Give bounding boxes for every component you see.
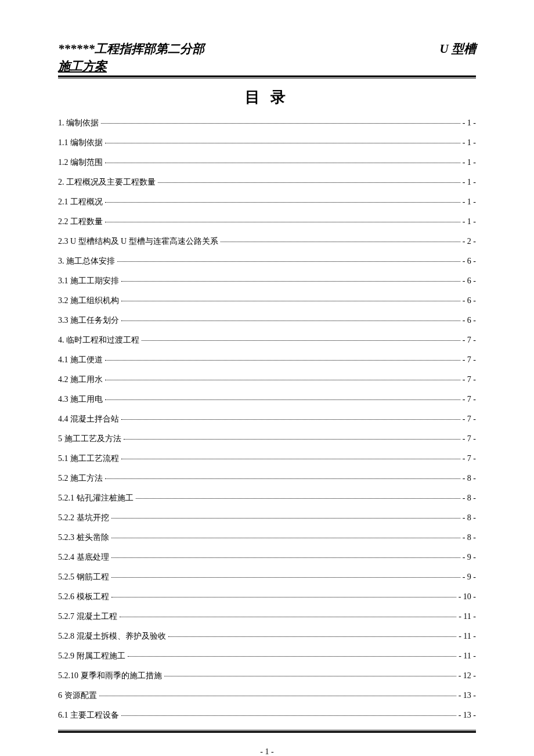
toc-item: 5.2.10 夏季和雨季的施工措施- 12 - <box>58 671 476 681</box>
toc-item-page: - 8 - <box>463 474 476 483</box>
header-left-text: ******工程指挥部第二分部 <box>58 41 204 57</box>
toc-item: 4.3 施工用电- 7 - <box>58 394 476 405</box>
toc-item-label: 5.2.3 桩头凿除 <box>58 532 109 543</box>
toc-item-label: 5.2.6 模板工程 <box>58 592 109 602</box>
toc-item: 5.1 施工工艺流程- 7 - <box>58 453 476 464</box>
toc-item-page: - 7 - <box>463 454 476 463</box>
toc-item-label: 5.1 施工工艺流程 <box>58 453 119 464</box>
toc-list: 1. 编制依据- 1 -1.1 编制依据- 1 -1.2 编制范围- 1 -2.… <box>58 118 476 721</box>
document-header: ******工程指挥部第二分部 U 型槽 <box>58 41 476 57</box>
toc-item: 5.2 施工方法- 8 - <box>58 473 476 484</box>
toc-item-page: - 7 - <box>463 395 476 404</box>
toc-item: 3.2 施工组织机构- 6 - <box>58 296 476 306</box>
toc-item: 1. 编制依据- 1 - <box>58 118 476 128</box>
toc-item-page: - 1 - <box>463 217 476 226</box>
toc-item-label: 2. 工程概况及主要工程数量 <box>58 177 156 188</box>
toc-item-label: 6 资源配置 <box>58 690 97 701</box>
toc-item-label: 2.1 工程概况 <box>58 197 103 207</box>
toc-item-page: - 1 - <box>463 118 476 128</box>
toc-item: 6.1 主要工程设备- 13 - <box>58 710 476 721</box>
toc-item-page: - 9 - <box>463 573 476 582</box>
toc-dots <box>124 439 460 440</box>
toc-item: 5.2.9 附属工程施工- 11 - <box>58 651 476 661</box>
toc-dots <box>121 715 456 716</box>
toc-item-page: - 7 - <box>463 415 476 424</box>
toc-item-label: 1. 编制依据 <box>58 118 99 128</box>
toc-item-page: - 7 - <box>463 336 476 345</box>
toc-item-page: - 7 - <box>463 375 476 384</box>
toc-item-label: 6.1 主要工程设备 <box>58 710 119 721</box>
toc-item-label: 3.2 施工组织机构 <box>58 296 119 306</box>
toc-dots <box>105 222 460 222</box>
toc-item-label: 5.2 施工方法 <box>58 473 103 484</box>
toc-item-label: 2.2 工程数量 <box>58 217 103 227</box>
toc-item-label: 5 施工工艺及方法 <box>58 434 121 444</box>
toc-item-page: - 8 - <box>463 533 476 542</box>
toc-item-label: 5.2.10 夏季和雨季的施工措施 <box>58 671 162 681</box>
toc-item: 5.2.5 钢筋工程- 9 - <box>58 572 476 582</box>
toc-item-page: - 2 - <box>463 237 476 246</box>
toc-item: 5 施工工艺及方法- 7 - <box>58 434 476 444</box>
toc-item-label: 5.2.5 钢筋工程 <box>58 572 109 582</box>
footer-divider <box>58 730 476 733</box>
toc-item-page: - 6 - <box>463 257 476 266</box>
toc-title: 目 录 <box>58 87 476 107</box>
toc-dots <box>117 261 460 262</box>
toc-item-page: - 9 - <box>463 553 476 562</box>
toc-item-label: 5.2.2 基坑开挖 <box>58 513 109 523</box>
toc-item: 5.2.1 钻孔灌注桩施工- 8 - <box>58 493 476 503</box>
toc-item-label: 4.2 施工用水 <box>58 375 103 385</box>
toc-item: 2.1 工程概况- 1 - <box>58 197 476 207</box>
toc-item-page: - 13 - <box>459 691 476 700</box>
toc-item: 2.2 工程数量- 1 - <box>58 217 476 227</box>
toc-dots <box>105 380 460 380</box>
toc-item-label: 4. 临时工程和过渡工程 <box>58 335 139 345</box>
toc-dots <box>136 498 460 499</box>
toc-dots <box>121 459 460 459</box>
header-subtitle: 施工方案 <box>58 58 476 74</box>
toc-item-page: - 6 - <box>463 296 476 305</box>
toc-item-page: - 7 - <box>463 434 476 444</box>
toc-item-label: 1.2 编制范围 <box>58 157 103 168</box>
toc-item-page: - 8 - <box>463 513 476 523</box>
toc-dots <box>120 617 457 617</box>
toc-dots <box>168 636 457 637</box>
toc-dots <box>99 696 456 696</box>
toc-dots <box>121 419 460 420</box>
toc-item: 2.3 U 型槽结构及 U 型槽与连霍高速公路关系- 2 - <box>58 236 476 247</box>
toc-item-label: 5.2.1 钻孔灌注桩施工 <box>58 493 134 503</box>
toc-dots <box>105 399 460 400</box>
toc-dots <box>121 321 460 321</box>
toc-item-page: - 13 - <box>459 711 476 720</box>
toc-dots <box>105 143 460 143</box>
toc-item: 5.2.3 桩头凿除- 8 - <box>58 532 476 543</box>
toc-dots <box>121 301 460 301</box>
toc-item: 5.2.4 基底处理- 9 - <box>58 552 476 563</box>
toc-item-label: 5.2.4 基底处理 <box>58 552 109 563</box>
toc-item: 4.1 施工便道- 7 - <box>58 355 476 365</box>
toc-item-page: - 1 - <box>463 138 476 147</box>
toc-item: 4.2 施工用水- 7 - <box>58 375 476 385</box>
toc-item-page: - 1 - <box>463 158 476 167</box>
page-number: - 1 - <box>58 747 476 756</box>
toc-dots <box>121 281 460 282</box>
toc-item-label: 5.2.9 附属工程施工 <box>58 651 125 661</box>
toc-item-label: 2.3 U 型槽结构及 U 型槽与连霍高速公路关系 <box>58 236 218 247</box>
toc-item-label: 3. 施工总体安排 <box>58 256 115 267</box>
toc-item-page: - 6 - <box>463 276 476 286</box>
toc-dots <box>111 518 460 519</box>
toc-item-page: - 10 - <box>459 592 476 602</box>
toc-item: 3.3 施工任务划分- 6 - <box>58 315 476 326</box>
toc-item-page: - 7 - <box>463 355 476 365</box>
toc-item-label: 5.2.8 混凝土拆模、养护及验收 <box>58 631 166 642</box>
toc-dots <box>111 597 456 597</box>
toc-dots <box>128 656 457 657</box>
toc-item-label: 5.2.7 混凝土工程 <box>58 611 117 622</box>
toc-item-label: 4.1 施工便道 <box>58 355 103 365</box>
toc-item-page: - 1 - <box>463 178 476 187</box>
toc-item: 5.2.6 模板工程- 10 - <box>58 592 476 602</box>
toc-dots <box>105 360 460 361</box>
toc-item: 1.2 编制范围- 1 - <box>58 157 476 168</box>
toc-item-label: 3.1 施工工期安排 <box>58 276 119 286</box>
toc-dots <box>142 340 460 341</box>
